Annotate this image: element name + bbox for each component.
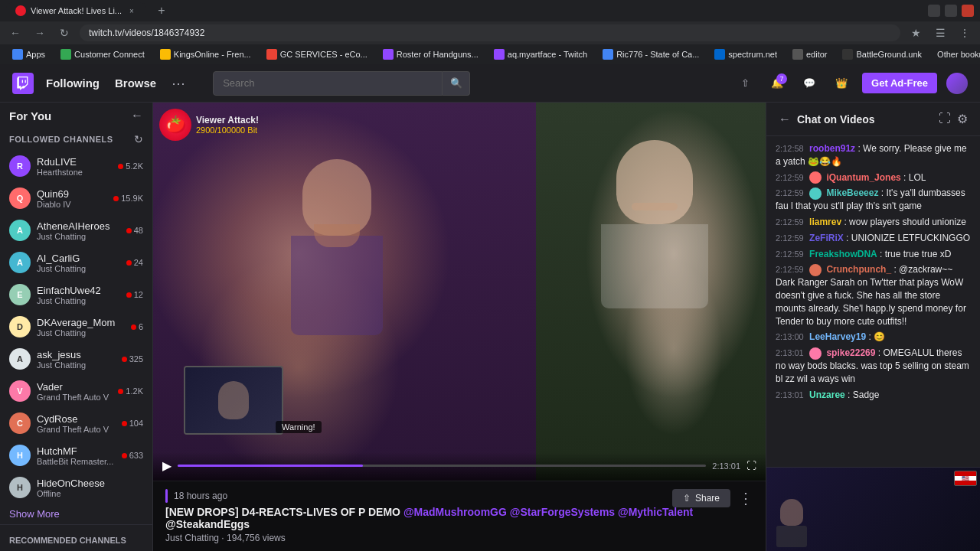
new-tab-button[interactable]: + [152,2,171,20]
search-button[interactable]: 🔍 [443,71,470,96]
chat-text-3: : wow players should unionize [844,217,965,227]
channel-avatar-athene: A [9,220,31,241]
extensions-btn[interactable]: ☰ [931,24,949,42]
bookmark-spectrum[interactable]: spectrum.net [708,47,783,61]
progress-bar[interactable] [178,465,706,467]
chat-user-4: ZeFiRiX [809,233,844,243]
get-ad-free-button[interactable]: Get Ad-Free [862,73,937,93]
channel-viewers-dkavg: 6 [131,322,143,331]
channel-item-athene[interactable]: A AtheneAIHeroes Just Chatting 48 [0,214,152,246]
video-title-h3: @MythicTalent [618,506,693,518]
bookmark-gc[interactable]: GC SERVICES - eCo... [260,47,374,61]
bookmark-kings-label: KingsOnline - Fren... [174,50,251,59]
prime-btn[interactable]: 👑 [830,72,853,95]
channel-game-cydrose: Grand Theft Auto V [37,425,116,434]
channel-item-einfach[interactable]: E EinfachUwe42 Just Chatting 12 [0,279,152,311]
refresh-followed-btn[interactable]: ↻ [134,133,143,145]
channel-item-hideoncheese[interactable]: H HideOnCheese Offline [0,471,152,504]
bookmark-battlegc[interactable]: BattleGround.unk [836,47,928,61]
maximize-btn[interactable] [945,5,957,17]
chat-header: ← Chat on Videos ⛶ ⚙ [766,103,980,136]
close-btn[interactable] [962,5,974,17]
channel-name-einfach: EinfachUwe42 [37,285,120,296]
active-tab[interactable]: Viewer Attack! Lives Li... × [6,2,146,19]
chat-text-1: : LOL [903,172,926,183]
chat-settings-btn[interactable]: ⚙ [957,112,968,126]
back-btn[interactable]: ← [6,24,24,42]
channel-item-rdu[interactable]: R RduLIVE Hearthstone 5.2K [0,150,152,182]
tab-close-btn[interactable]: × [126,5,137,16]
channel-item-cydrose[interactable]: C CydRose Grand Theft Auto V 104 [0,407,152,439]
browser-menu-btn[interactable]: ⋮ [956,24,974,42]
channel-status-hideoncheese: Offline [37,489,143,498]
bookmark-aq[interactable]: aq.myartface - Twitch [488,47,593,61]
bookmark-ric[interactable]: Ric776 - State of Ca... [596,47,705,61]
battlegc-favicon [842,49,853,60]
chat-message-6: 2:12:59 Crunchpunch_ : @zackraw~~ Dark R… [776,263,971,328]
viewer-attack-label: Viewer Attack! [196,115,259,126]
bookmark-kings[interactable]: KingsOnline - Fren... [154,47,257,61]
bookmark-apps[interactable]: Apps [6,47,51,61]
notification-badge: 7 [776,73,787,84]
channel-avatar-vader: V [9,380,31,402]
show-more-button[interactable]: Show More [0,504,152,524]
channel-info-dkavg: DKAverage_Mom Just Chatting [37,317,125,337]
gc-favicon [266,49,277,60]
user-avatar[interactable] [946,73,968,94]
fullscreen-btn[interactable]: ⛶ [746,460,756,471]
share-button[interactable]: ⇧ Share [672,489,730,507]
twitch-header: Following Browse ⋯ 🔍 ⇧ 🔔 7 💬 👑 Get Ad-Fr… [0,64,980,103]
search-input[interactable] [213,71,443,96]
channel-game-askjesus: Just Chatting [37,360,116,370]
twitch-body: For You ← FOLLOWED CHANNELS ↻ R RduLIVE … [0,103,980,551]
more-options-btn[interactable]: ⋮ [738,489,753,507]
channel-viewers-hutchmf: 633 [122,451,143,460]
play-btn[interactable]: ▶ [162,458,172,473]
whispers-btn[interactable]: 💬 [798,72,821,95]
channel-info-vader: Vader Grand Theft Auto V [37,381,112,402]
chat-message-1: 2:12:59 iQuantum_Jones : LOL [776,171,971,184]
header-actions: ⇧ 🔔 7 💬 👑 Get Ad-Free [733,72,968,95]
bookmark-star[interactable]: ★ [906,24,925,42]
chat-sidebar-toggle[interactable]: ← [779,112,791,126]
bookmark-customer[interactable]: Customer Connect [54,47,151,61]
live-dot-athene [126,228,132,233]
chat-avatar-6 [809,264,822,276]
bookmark-roster[interactable]: Roster of Handguns... [377,47,485,61]
forward-btn[interactable]: → [31,24,49,42]
channel-item-quin[interactable]: Q Quin69 Diablo IV 15.9K [0,182,152,214]
chat-user-0: rooben91z [809,143,855,154]
nav-browse[interactable]: Browse [115,77,156,90]
channel-item-askjesus[interactable]: A ask_jesus Just Chatting 325 [0,343,152,375]
bookmark-gc-label: GC SERVICES - eCo... [280,50,368,59]
tab-favicon [15,5,26,16]
chat-time-2: 2:12:59 [776,188,804,197]
sidebar-collapse-btn[interactable]: ← [131,109,143,122]
pip-window [184,366,283,435]
chat-user-1: iQuantum_Jones [826,172,900,183]
channel-item-vader[interactable]: V Vader Grand Theft Auto V 1.2K [0,375,152,407]
channel-game-einfach: Just Chatting [37,296,120,305]
channel-game-quin: Diablo IV [37,200,107,209]
chat-popout-btn[interactable]: ⛶ [939,112,951,126]
ric-favicon [603,49,613,60]
url-bar[interactable]: twitch.tv/videos/1846374932 [80,24,900,41]
chat-header-actions: ⛶ ⚙ [939,112,968,126]
channel-item-dkavg[interactable]: D DKAverage_Mom Just Chatting 6 [0,311,152,343]
twitch-logo[interactable] [12,73,34,94]
upload-btn[interactable]: ⇧ [733,72,756,95]
channel-item-hutchmf[interactable]: H HutchMF BattleBit Remaster... 633 [0,439,152,471]
video-frame[interactable]: Warning! [153,103,766,481]
chat-time-6: 2:12:59 [776,265,804,274]
nav-following[interactable]: Following [46,77,100,90]
reload-btn[interactable]: ↻ [55,24,74,42]
channel-item-aicarlig[interactable]: A AI_CarliG Just Chatting 24 [0,246,152,279]
nav-more-btn[interactable]: ⋯ [172,75,185,92]
bookmark-other[interactable]: Other bookmarks [931,48,980,60]
notifications-btn[interactable]: 🔔 7 [766,72,789,95]
chat-message-4: 2:12:59 ZeFiRiX : UNIONIZE LETFUCKINGGO [776,232,971,245]
channel-name-dkavg: DKAverage_Mom [37,317,125,328]
bookmark-editor[interactable]: editor [786,47,834,61]
channel-viewers-athene: 48 [126,226,143,235]
minimize-btn[interactable] [928,5,940,17]
